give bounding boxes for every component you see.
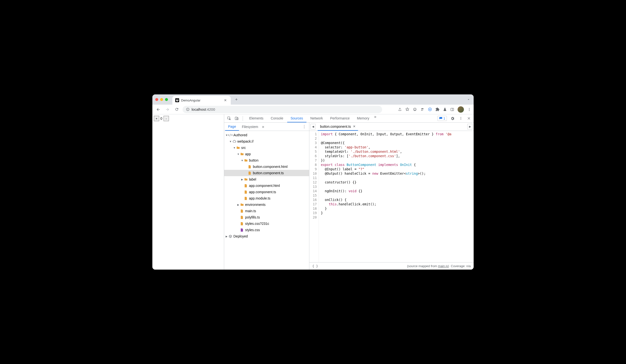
browser-tab[interactable]: DemoAngular ✕	[172, 96, 231, 105]
bookmark-star-icon[interactable]	[405, 107, 409, 111]
site-info-icon[interactable]	[186, 108, 190, 111]
tree-label-folder[interactable]: ▶label	[224, 176, 309, 182]
cloud-icon	[232, 140, 236, 143]
line-gutter: 1234567891011121314151617181920	[309, 131, 319, 262]
window-controls	[155, 98, 168, 101]
issues-count: 1	[443, 116, 445, 120]
folder-icon	[236, 146, 240, 149]
code-icon: </>	[228, 133, 233, 137]
panel-tab-performance[interactable]: Performance	[327, 115, 353, 122]
tree-src[interactable]: ▼src	[224, 145, 309, 151]
device-toolbar-icon[interactable]	[234, 115, 240, 121]
extension-icon-2[interactable]	[420, 107, 425, 111]
tree-file-styles[interactable]: styles.css	[224, 227, 309, 233]
editor-status-bar: { } (source mapped from main.js) Coverag…	[309, 262, 474, 270]
tree-file-app-html[interactable]: app.component.html	[224, 182, 309, 189]
counter-value: 0	[160, 116, 163, 121]
file-icon	[244, 197, 248, 200]
tree-button-folder[interactable]: ▼button	[224, 157, 309, 164]
issues-button[interactable]: 1	[437, 116, 447, 121]
tree-file-app-module[interactable]: app.module.ts	[224, 195, 309, 201]
panel-tab-memory[interactable]: Memory	[354, 115, 373, 122]
nav-tabs-overflow-icon[interactable]: »	[262, 125, 264, 129]
tree-webpack[interactable]: ▼webpack://	[224, 138, 309, 145]
labs-flask-icon[interactable]	[443, 108, 447, 111]
file-icon	[247, 171, 252, 175]
tree-authored[interactable]: ▼</>Authored	[224, 132, 309, 138]
file-icon	[240, 222, 244, 225]
devtools-panel: Elements Console Sources Network Perform…	[224, 114, 474, 270]
svg-point-10	[469, 108, 470, 109]
svg-rect-1	[188, 109, 188, 110]
panel-tabs-overflow-icon[interactable]: »	[374, 115, 376, 122]
panel-tab-elements[interactable]: Elements	[246, 115, 267, 122]
svg-point-11	[469, 109, 470, 110]
svg-point-17	[461, 118, 461, 119]
svg-rect-8	[451, 108, 454, 111]
tree-deployed[interactable]: ▶Deployed	[224, 233, 309, 239]
tree-file-styles-q[interactable]: styles.css?231c	[224, 220, 309, 227]
svg-point-5	[415, 109, 416, 109]
close-devtools-icon[interactable]	[466, 115, 472, 121]
page-viewport: + 0 -	[152, 114, 224, 270]
svg-point-16	[461, 117, 461, 118]
pretty-print-icon[interactable]: { }	[312, 264, 318, 268]
panel-tab-network[interactable]: Network	[307, 115, 326, 122]
close-file-icon[interactable]: ✕	[353, 125, 355, 128]
extension-icon-3[interactable]	[428, 107, 432, 111]
settings-gear-icon[interactable]	[449, 115, 456, 122]
toggle-debugger-icon[interactable]: ▶	[467, 124, 473, 129]
deployed-icon	[228, 235, 233, 238]
inspect-element-icon[interactable]	[226, 115, 232, 121]
source-map-info: (source mapped from main.js) Coverage: n…	[407, 264, 471, 268]
extension-icon-1[interactable]	[413, 107, 417, 111]
folder-icon	[240, 203, 244, 206]
nav-tab-filesystem[interactable]: Filesystem	[239, 123, 261, 130]
tree-file-polyfills[interactable]: polyfills.ts	[224, 214, 309, 220]
extensions-puzzle-icon[interactable]	[435, 107, 439, 111]
toggle-navigator-icon[interactable]: ◀	[310, 124, 316, 129]
devtools-panel-tabs: Elements Console Sources Network Perform…	[246, 115, 376, 122]
devtools-menu-icon[interactable]	[458, 115, 464, 121]
file-icon	[244, 190, 248, 194]
new-tab-button[interactable]: +	[233, 96, 240, 103]
file-icon	[240, 216, 244, 219]
source-map-link[interactable]: main.js	[438, 264, 448, 268]
share-icon[interactable]	[398, 108, 402, 111]
nav-tab-page[interactable]: Page	[225, 123, 239, 131]
reload-button[interactable]	[173, 106, 180, 113]
code-area[interactable]: 1234567891011121314151617181920 import {…	[309, 131, 474, 262]
file-icon	[240, 209, 244, 213]
panel-tab-sources[interactable]: Sources	[287, 115, 307, 122]
main-content: + 0 - Elements Console Sources Network P…	[152, 114, 474, 270]
url-input[interactable]: localhost:4200	[183, 106, 382, 113]
tree-app[interactable]: ▼app	[224, 151, 309, 157]
tab-overflow-button[interactable]	[467, 98, 470, 101]
profile-avatar[interactable]	[458, 106, 464, 113]
navigator-menu-icon[interactable]: ⋮	[300, 124, 308, 129]
url-host: localhost:4200	[192, 107, 215, 111]
tree-file-button-html[interactable]: button.component.html	[224, 164, 309, 170]
tree-file-app-ts[interactable]: app.component.ts	[224, 189, 309, 195]
address-bar: localhost:4200	[152, 105, 474, 114]
panel-tab-console[interactable]: Console	[267, 115, 286, 122]
coverage-label: Coverage: n/a	[451, 264, 471, 268]
increment-button[interactable]: +	[154, 116, 159, 121]
close-window-button[interactable]	[155, 98, 158, 101]
minimize-window-button[interactable]	[160, 98, 163, 101]
folder-icon	[240, 152, 244, 155]
tab-close-button[interactable]: ✕	[223, 98, 228, 103]
tree-file-button-ts[interactable]: button.component.ts	[224, 170, 309, 176]
toolbar-icons	[398, 106, 471, 113]
forward-button[interactable]	[164, 106, 171, 113]
side-panel-icon[interactable]	[450, 108, 454, 111]
editor-tab[interactable]: button.component.ts ✕	[318, 123, 358, 131]
chrome-menu-icon[interactable]	[467, 108, 471, 111]
maximize-window-button[interactable]	[165, 98, 168, 101]
tree-environments[interactable]: ▶environments	[224, 201, 309, 208]
tree-file-main[interactable]: main.ts	[224, 208, 309, 214]
svg-point-7	[429, 109, 430, 110]
navigator-tabs: Page Filesystem » ⋮	[224, 123, 309, 131]
decrement-button[interactable]: -	[163, 116, 169, 121]
back-button[interactable]	[155, 106, 162, 113]
